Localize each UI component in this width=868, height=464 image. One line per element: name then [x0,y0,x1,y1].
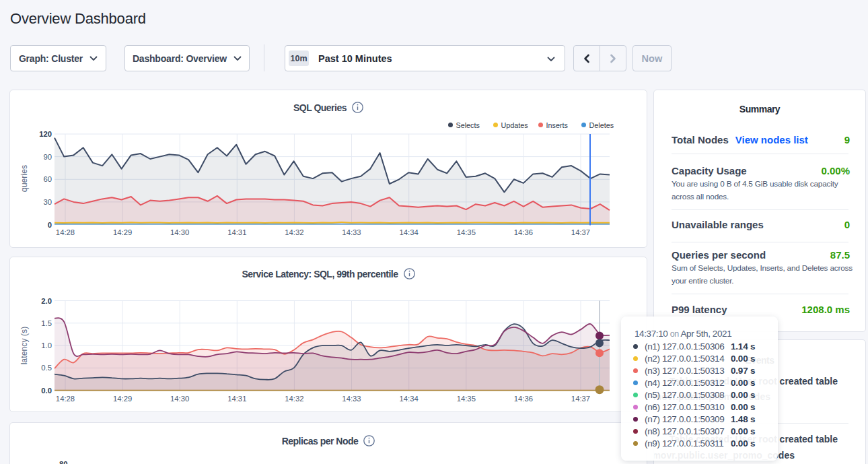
svg-text:14:28: 14:28 [56,395,75,403]
svg-text:120: 120 [39,130,52,138]
svg-text:14:28: 14:28 [56,228,75,236]
svg-text:14:34: 14:34 [400,228,419,236]
svg-text:14:34: 14:34 [400,395,419,403]
svg-text:14:36: 14:36 [514,228,533,236]
svg-text:14:32: 14:32 [285,395,303,403]
svg-text:0.5: 0.5 [41,364,52,372]
svg-text:14:30: 14:30 [170,395,189,403]
svg-text:90: 90 [43,153,52,161]
svg-text:14:29: 14:29 [113,395,132,403]
svg-text:latency (s): latency (s) [20,327,29,365]
svg-text:14:30: 14:30 [170,228,189,236]
svg-text:14:32: 14:32 [285,228,303,236]
svg-text:14:36: 14:36 [514,395,533,403]
svg-text:1.5: 1.5 [41,319,52,327]
svg-text:14:33: 14:33 [342,228,361,236]
svg-text:14:33: 14:33 [342,395,361,403]
svg-text:14:31: 14:31 [227,228,246,236]
svg-text:14:31: 14:31 [227,395,246,403]
svg-text:queries: queries [20,165,29,192]
svg-text:2.0: 2.0 [41,297,52,305]
svg-text:14:37: 14:37 [571,228,590,236]
svg-text:1.0: 1.0 [41,341,52,350]
svg-text:14:35: 14:35 [457,395,476,403]
svg-text:14:29: 14:29 [113,228,132,236]
svg-text:14:37: 14:37 [571,395,590,403]
svg-text:14:35: 14:35 [457,228,476,236]
svg-text:0: 0 [48,221,52,229]
svg-text:30: 30 [43,198,52,206]
svg-text:60: 60 [43,175,52,183]
svg-text:0.0: 0.0 [41,387,52,395]
